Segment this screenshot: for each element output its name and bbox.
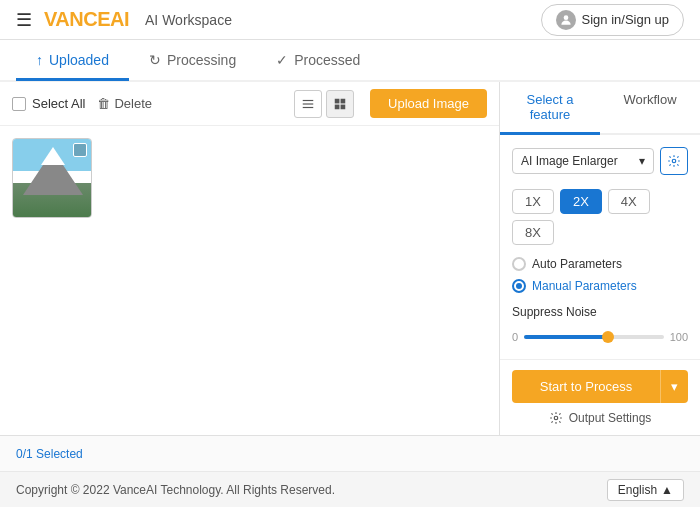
checkbox-input[interactable]	[12, 97, 26, 111]
selected-label: Selected	[36, 447, 83, 461]
suppress-noise-label: Suppress Noise	[512, 305, 688, 319]
slider-min: 0	[512, 331, 518, 343]
select-feature-label: Select a feature	[527, 92, 574, 122]
manual-params-option[interactable]: Manual Parameters	[512, 279, 688, 293]
selected-count: 0/1 Selected	[16, 447, 83, 461]
header-left: ☰ VANCEAI AI Workspace	[16, 8, 232, 31]
snow-cap	[41, 147, 65, 165]
tab-processing-label: Processing	[167, 52, 236, 68]
grid-view-button[interactable]	[326, 90, 354, 118]
tab-processing-icon: ↻	[149, 52, 161, 68]
logo: VANCEAI	[44, 8, 129, 31]
feature-content: AI Image Enlarger ▾ 1X 2X 4X 8X Auto Par…	[500, 135, 700, 359]
delete-label: Delete	[114, 96, 152, 111]
menu-icon[interactable]: ☰	[16, 9, 32, 31]
process-dropdown-button[interactable]: ▾	[660, 370, 688, 403]
scale-4x-button[interactable]: 4X	[608, 189, 650, 214]
svg-rect-1	[303, 99, 314, 100]
svg-rect-2	[303, 103, 314, 104]
tab-processed[interactable]: ✓ Processed	[256, 41, 380, 81]
suppress-noise-slider[interactable]	[524, 335, 664, 339]
svg-rect-6	[335, 104, 340, 109]
image-grid	[0, 126, 499, 435]
manual-params-label: Manual Parameters	[532, 279, 637, 293]
trash-icon: 🗑	[97, 96, 110, 111]
tab-workflow[interactable]: Workflow	[600, 82, 700, 135]
delete-button[interactable]: 🗑 Delete	[97, 96, 152, 111]
feature-dropdown[interactable]: AI Image Enlarger ▾	[512, 148, 654, 174]
main-tabs: ↑ Uploaded ↻ Processing ✓ Processed	[0, 40, 700, 82]
avatar-icon	[556, 10, 576, 30]
sign-in-button[interactable]: Sign in/Sign up	[541, 4, 684, 36]
select-all-checkbox[interactable]: Select All	[12, 96, 85, 111]
svg-rect-7	[341, 104, 346, 109]
params-section: Auto Parameters Manual Parameters Suppre…	[512, 257, 688, 359]
status-bar: 0/1 Selected	[0, 435, 700, 471]
lang-footer: Copyright © 2022 VanceAI Technology. All…	[0, 471, 700, 507]
ai-workspace-label: AI Workspace	[145, 12, 232, 28]
logo-vance: VANCE	[44, 8, 110, 30]
scale-2x-button[interactable]: 2X	[560, 189, 602, 214]
tab-uploaded-icon: ↑	[36, 52, 43, 68]
start-process-button[interactable]: Start to Process	[512, 370, 660, 403]
image-select-checkbox[interactable]	[73, 143, 87, 157]
header: ☰ VANCEAI AI Workspace Sign in/Sign up	[0, 0, 700, 40]
chevron-up-icon: ▲	[661, 483, 673, 497]
logo-ai: AI	[110, 8, 129, 30]
suppress-noise-slider-row: 0 100	[512, 331, 688, 343]
select-all-label: Select All	[32, 96, 85, 111]
tab-processed-label: Processed	[294, 52, 360, 68]
svg-rect-3	[303, 106, 314, 107]
svg-rect-5	[341, 98, 346, 103]
scale-options: 1X 2X 4X 8X	[512, 189, 688, 245]
toolbar: Select All 🗑 Delete Upload Image	[0, 82, 499, 126]
auto-params-label: Auto Parameters	[532, 257, 622, 271]
left-panel: Select All 🗑 Delete Upload Image	[0, 82, 500, 435]
svg-point-9	[554, 416, 558, 420]
tab-processing[interactable]: ↻ Processing	[129, 41, 256, 81]
view-toggle	[294, 90, 354, 118]
output-settings-label: Output Settings	[569, 411, 652, 425]
tab-uploaded[interactable]: ↑ Uploaded	[16, 41, 129, 81]
output-settings-button[interactable]: Output Settings	[512, 411, 688, 425]
right-panel: Select a feature Workflow AI Image Enlar…	[500, 82, 700, 435]
auto-params-radio[interactable]	[512, 257, 526, 271]
gear-button[interactable]	[660, 147, 688, 175]
scale-1x-button[interactable]: 1X	[512, 189, 554, 214]
radio-selected-indicator	[516, 283, 522, 289]
count-value: 0/1	[16, 447, 33, 461]
workflow-label: Workflow	[623, 92, 676, 107]
upload-image-button[interactable]: Upload Image	[370, 89, 487, 118]
feature-tabs: Select a feature Workflow	[500, 82, 700, 135]
manual-params-radio[interactable]	[512, 279, 526, 293]
slider-max: 100	[670, 331, 688, 343]
svg-point-0	[563, 15, 568, 20]
slider-thumb	[602, 331, 614, 343]
list-view-button[interactable]	[294, 90, 322, 118]
chevron-down-icon: ▾	[671, 379, 678, 394]
tab-uploaded-label: Uploaded	[49, 52, 109, 68]
chevron-down-icon: ▾	[639, 154, 645, 168]
image-item[interactable]	[12, 138, 92, 218]
main-content: Select All 🗑 Delete Upload Image	[0, 82, 700, 435]
feature-dropdown-value: AI Image Enlarger	[521, 154, 618, 168]
process-btn-row: Start to Process ▾	[512, 370, 688, 403]
process-section: Start to Process ▾ Output Settings	[500, 359, 700, 435]
svg-point-8	[672, 159, 676, 163]
tab-select-feature[interactable]: Select a feature	[500, 82, 600, 135]
svg-rect-4	[335, 98, 340, 103]
scale-8x-button[interactable]: 8X	[512, 220, 554, 245]
tab-processed-icon: ✓	[276, 52, 288, 68]
slider-fill	[524, 335, 608, 339]
copyright-text: Copyright © 2022 VanceAI Technology. All…	[16, 483, 335, 497]
language-button[interactable]: English ▲	[607, 479, 684, 501]
language-label: English	[618, 483, 657, 497]
feature-selector: AI Image Enlarger ▾	[512, 147, 688, 175]
sign-in-label: Sign in/Sign up	[582, 12, 669, 27]
auto-params-option[interactable]: Auto Parameters	[512, 257, 688, 271]
